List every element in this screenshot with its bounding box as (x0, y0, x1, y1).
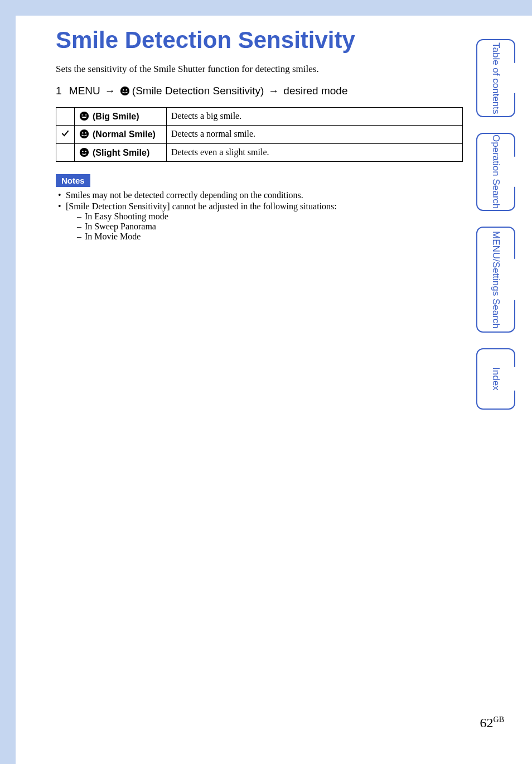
list-item: Smiles may not be detected correctly dep… (58, 190, 463, 200)
menu-step: 1 MENU → (Smile Detection Sensitivity) →… (56, 85, 463, 97)
tab-label: Table of contents (490, 42, 501, 114)
label-cell: (Slight Smile) (75, 144, 167, 162)
svg-rect-4 (82, 114, 84, 115)
list-item: In Easy Shooting mode (77, 212, 463, 222)
step-number: 1 (56, 85, 62, 97)
intro-text: Sets the sensitivity of the Smile Shutte… (56, 64, 463, 75)
arrow-icon: → (105, 85, 115, 97)
step-menu: MENU (69, 85, 100, 97)
svg-point-2 (125, 89, 127, 90)
options-table: (Big Smile) Detects a big smile. (Normal… (56, 107, 463, 162)
svg-point-11 (85, 151, 86, 152)
option-desc: Detects even a slight smile. (167, 144, 463, 162)
step-mid: (Smile Detection Sensitivity) (132, 85, 264, 97)
notes-badge: Notes (56, 174, 90, 187)
page-title: Smile Detection Sensitivity (56, 27, 463, 54)
side-tabs: Table of contents Operation Search MENU/… (476, 39, 515, 410)
note-text: [Smile Detection Sensitivity] cannot be … (66, 201, 337, 211)
smile-big-icon (79, 111, 89, 121)
tab-label: Index (490, 367, 501, 391)
check-cell (56, 126, 75, 144)
list-item: [Smile Detection Sensitivity] cannot be … (58, 201, 463, 242)
label-cell: (Big Smile) (75, 108, 167, 126)
table-row: (Big Smile) Detects a big smile. (56, 108, 463, 126)
label-cell: (Normal Smile) (75, 126, 167, 144)
check-cell (56, 108, 75, 126)
page-num-value: 62 (480, 715, 494, 730)
tab-operation-search[interactable]: Operation Search (476, 133, 515, 211)
arrow-icon: → (268, 85, 279, 97)
smile-slight-icon (79, 147, 89, 157)
svg-point-0 (120, 87, 129, 95)
left-accent-bar (0, 0, 16, 764)
option-label: (Normal Smile) (93, 129, 156, 140)
list-item: In Movie Mode (77, 232, 463, 242)
check-cell (56, 144, 75, 162)
list-item: In Sweep Panorama (77, 222, 463, 232)
top-accent-bar (0, 0, 532, 16)
table-row: (Normal Smile) Detects a normal smile. (56, 126, 463, 144)
notes-list: Smiles may not be detected correctly dep… (56, 190, 463, 242)
svg-rect-5 (85, 114, 87, 115)
main-content: Smile Detection Sensitivity Sets the sen… (0, 16, 463, 242)
checkmark-icon (61, 130, 70, 140)
step-end: desired mode (283, 85, 347, 97)
tab-toc[interactable]: Table of contents (476, 39, 515, 117)
svg-point-6 (80, 129, 89, 138)
svg-point-10 (82, 151, 83, 152)
tab-index[interactable]: Index (476, 348, 515, 410)
svg-point-7 (82, 132, 83, 133)
option-desc: Detects a big smile. (167, 108, 463, 126)
smile-icon (120, 86, 130, 96)
table-row: (Slight Smile) Detects even a slight smi… (56, 144, 463, 162)
tab-menu-settings-search[interactable]: MENU/Settings Search (476, 227, 515, 333)
svg-point-1 (123, 89, 124, 90)
svg-point-9 (80, 148, 89, 157)
svg-point-8 (85, 132, 86, 133)
tab-label: Operation Search (490, 134, 501, 209)
smile-normal-icon (79, 129, 89, 139)
svg-point-3 (80, 112, 89, 121)
page-number: 62GB (480, 715, 504, 731)
option-desc: Detects a normal smile. (167, 126, 463, 144)
page-num-suffix: GB (494, 715, 504, 724)
tab-label: MENU/Settings Search (490, 231, 501, 329)
option-label: (Slight Smile) (93, 147, 149, 158)
notes-sublist: In Easy Shooting mode In Sweep Panorama … (66, 212, 463, 242)
option-label: (Big Smile) (93, 111, 139, 122)
